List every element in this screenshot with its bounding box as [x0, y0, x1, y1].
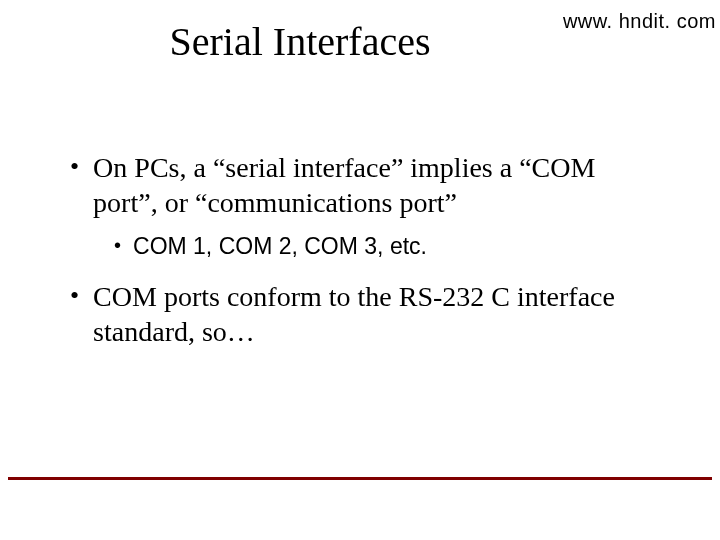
bullet-item: • On PCs, a “serial interface” implies a… [70, 150, 660, 220]
bullet-text: COM ports conform to the RS-232 C interf… [93, 279, 660, 349]
slide-title: Serial Interfaces [0, 18, 720, 65]
footer-divider [8, 477, 712, 480]
bullet-dot-icon: • [70, 279, 79, 349]
slide-body: • On PCs, a “serial interface” implies a… [70, 150, 660, 361]
sub-bullet-item: • COM 1, COM 2, COM 3, etc. [114, 232, 660, 261]
bullet-item: • COM ports conform to the RS-232 C inte… [70, 279, 660, 349]
bullet-text: On PCs, a “serial interface” implies a “… [93, 150, 660, 220]
bullet-dot-icon: • [114, 232, 121, 261]
sub-bullet-text: COM 1, COM 2, COM 3, etc. [133, 232, 427, 261]
bullet-dot-icon: • [70, 150, 79, 220]
